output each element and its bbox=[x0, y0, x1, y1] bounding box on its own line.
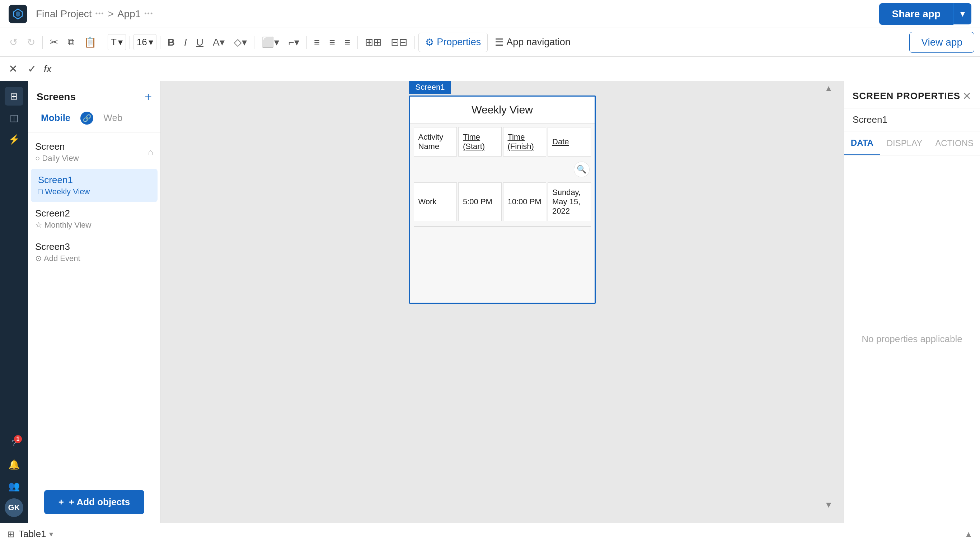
app-navigation-button[interactable]: ☰ App navigation bbox=[490, 33, 576, 52]
screens-panel: Screens + Mobile 🔗 Web Screen ○ Daily Vi… bbox=[28, 81, 161, 523]
layers-nav-button[interactable]: ◫ bbox=[5, 108, 23, 127]
prop-tab-display[interactable]: DISPLAY bbox=[880, 131, 929, 155]
paste-button[interactable]: 📋 bbox=[80, 33, 100, 51]
bell-nav-button[interactable]: 🔔 bbox=[5, 455, 23, 474]
grid-view-button[interactable]: ⊞⊞ bbox=[361, 33, 385, 51]
border-corner-button[interactable]: ⌐▾ bbox=[285, 33, 303, 51]
screen-item-daily[interactable]: Screen ○ Daily View ⌂ bbox=[28, 135, 161, 169]
share-btn-group: Share app ▾ bbox=[879, 3, 971, 25]
toolbar-divider-5 bbox=[254, 36, 255, 49]
add-objects-button[interactable]: + + Add objects bbox=[44, 490, 144, 514]
star-icon: ☆ bbox=[35, 220, 42, 230]
share-dropdown-button[interactable]: ▾ bbox=[953, 3, 971, 24]
screen-item-weekly[interactable]: Screen1 □ Weekly View bbox=[31, 169, 158, 202]
prop-tab-data[interactable]: DATA bbox=[844, 131, 880, 155]
header-date: Date bbox=[547, 127, 591, 156]
prop-close-button[interactable]: ✕ bbox=[963, 90, 971, 102]
help-badge: 1 bbox=[14, 435, 22, 443]
svg-marker-1 bbox=[16, 11, 20, 17]
italic-button[interactable]: I bbox=[180, 34, 191, 51]
screen-item-info-monthly: Screen2 ☆ Monthly View bbox=[35, 208, 91, 230]
cut-button[interactable]: ✂ bbox=[46, 33, 62, 51]
home-icon-daily[interactable]: ⌂ bbox=[148, 147, 154, 157]
screen-frame-wrapper: Screen1 Weekly View Activity Name Time (… bbox=[409, 96, 596, 304]
mobile-tab[interactable]: Mobile bbox=[35, 110, 76, 126]
prop-tab-actions[interactable]: ACTIONS bbox=[929, 131, 980, 155]
table-name-select[interactable]: Table1 ▾ bbox=[19, 529, 53, 540]
app-logo bbox=[9, 5, 27, 23]
nav-icon: ☰ bbox=[495, 37, 503, 48]
grid-nav-button[interactable]: ⊞ bbox=[5, 87, 23, 105]
breadcrumb-arrow: > bbox=[108, 8, 114, 20]
screen-item-addevent[interactable]: Screen3 ⊙ Add Event bbox=[28, 236, 161, 269]
properties-button[interactable]: ⚙ Properties bbox=[418, 33, 488, 52]
undo-button[interactable]: ↺ bbox=[6, 33, 21, 51]
toolbar: ↺ ↻ ✂ ⧉ 📋 T ▾ 16 ▾ B I U A▾ ◇▾ ⬜▾ ⌐▾ ≡ ≡… bbox=[0, 28, 980, 57]
web-tab[interactable]: Web bbox=[98, 110, 128, 126]
lightning-nav-button[interactable]: ⚡ bbox=[5, 130, 23, 149]
text-color-button[interactable]: A▾ bbox=[209, 33, 228, 51]
chevron-down-icon: ▾ bbox=[49, 529, 53, 539]
bottom-expand-button[interactable]: ▲ bbox=[964, 529, 973, 539]
grid-alt-button[interactable]: ⊟⊟ bbox=[387, 33, 411, 51]
screen-item-info-addevent: Screen3 ⊙ Add Event bbox=[35, 241, 80, 263]
align-center-button[interactable]: ≡ bbox=[326, 34, 338, 51]
gear-icon: ⚙ bbox=[425, 37, 434, 48]
canvas-area[interactable]: ▲ Screen1 Weekly View Activity Name Time… bbox=[161, 81, 844, 523]
formula-confirm-button[interactable]: ✓ bbox=[25, 61, 40, 76]
separator2: ••• bbox=[144, 10, 153, 18]
search-row: 🔍 bbox=[410, 158, 595, 181]
fill-color-button[interactable]: ◇▾ bbox=[231, 33, 250, 51]
users-nav-button[interactable]: 👥 bbox=[5, 477, 23, 496]
screens-header: Screens + bbox=[28, 81, 161, 110]
formula-input[interactable] bbox=[56, 63, 974, 74]
header-activity: Activity Name bbox=[414, 127, 457, 156]
help-nav-button[interactable]: ? 1 bbox=[5, 434, 23, 453]
underline-button[interactable]: U bbox=[193, 34, 207, 51]
screen-item-monthly[interactable]: Screen2 ☆ Monthly View bbox=[28, 202, 161, 236]
table-data-row: Work 5:00 PM 10:00 PM Sunday, May 15, 20… bbox=[410, 181, 595, 223]
project-name[interactable]: Final Project bbox=[36, 8, 92, 20]
square-icon: □ bbox=[38, 187, 43, 196]
view-app-button[interactable]: View app bbox=[909, 32, 974, 53]
align-left-button[interactable]: ≡ bbox=[310, 34, 323, 51]
border-style-button[interactable]: ⬜▾ bbox=[258, 33, 283, 51]
cell-date: Sunday, May 15, 2022 bbox=[547, 182, 591, 221]
search-icon-circle[interactable]: 🔍 bbox=[574, 162, 590, 177]
toolbar-divider-4 bbox=[160, 36, 161, 49]
user-avatar[interactable]: GK bbox=[5, 498, 23, 517]
canvas-scroll-down[interactable]: ▼ bbox=[821, 497, 837, 512]
formula-cancel-button[interactable]: ✕ bbox=[6, 61, 21, 76]
font-family-select[interactable]: T ▾ bbox=[108, 34, 126, 50]
screen-title-bar: Weekly View bbox=[410, 97, 595, 124]
screens-list: Screen ○ Daily View ⌂ Screen1 □ Weekly V… bbox=[28, 132, 161, 483]
formula-fx-label: fx bbox=[44, 63, 52, 75]
table-name-label: Table1 bbox=[19, 529, 46, 540]
header-time-start: Time (Start) bbox=[458, 127, 502, 156]
table-icon: ⊞ bbox=[7, 529, 14, 539]
align-right-button[interactable]: ≡ bbox=[341, 34, 354, 51]
screen-sub-monthly: ☆ Monthly View bbox=[35, 220, 91, 230]
copy-button[interactable]: ⧉ bbox=[64, 33, 78, 51]
screen-label: Screen1 bbox=[409, 81, 452, 94]
screen-name-weekly: Screen1 bbox=[38, 174, 90, 186]
link-icon[interactable]: 🔗 bbox=[80, 112, 93, 124]
redo-button[interactable]: ↻ bbox=[23, 33, 39, 51]
share-app-button[interactable]: Share app bbox=[879, 3, 953, 25]
font-size-select[interactable]: 16 ▾ bbox=[134, 34, 156, 50]
screen-name-monthly: Screen2 bbox=[35, 208, 91, 219]
prop-title: SCREEN PROPERTIES bbox=[853, 91, 960, 102]
screen-frame: Weekly View Activity Name Time (Start) T… bbox=[409, 96, 596, 304]
screen-item-info-daily: Screen ○ Daily View bbox=[35, 141, 79, 163]
icon-bar: ⊞ ◫ ⚡ ? 1 🔔 👥 GK bbox=[0, 81, 28, 523]
properties-panel: SCREEN PROPERTIES ✕ Screen1 DATA DISPLAY… bbox=[844, 81, 980, 523]
screen-item-info-weekly: Screen1 □ Weekly View bbox=[38, 174, 90, 196]
bold-button[interactable]: B bbox=[164, 34, 178, 51]
app-name[interactable]: App1 bbox=[117, 8, 141, 20]
add-screen-button[interactable]: + bbox=[145, 90, 152, 104]
canvas-scroll-up[interactable]: ▲ bbox=[821, 81, 837, 96]
separator1: ••• bbox=[95, 10, 104, 18]
screen-sub-addevent: ⊙ Add Event bbox=[35, 254, 80, 263]
prop-tabs: DATA DISPLAY ACTIONS bbox=[844, 131, 980, 155]
no-properties-label: No properties applicable bbox=[844, 155, 980, 523]
